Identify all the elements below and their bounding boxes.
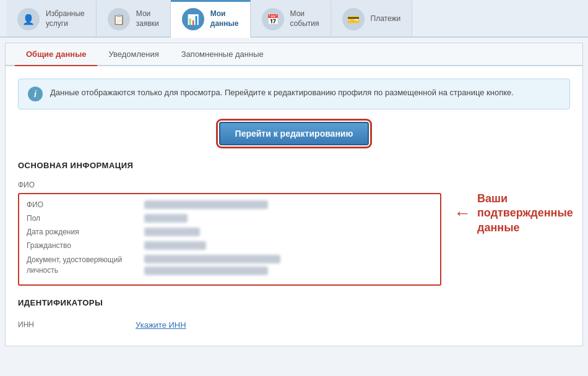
citizenship-blur <box>144 241 206 250</box>
favorites-icon: 👤 <box>17 8 40 30</box>
identifiers-heading: ИДЕНТИФИКАТОРЫ <box>18 298 570 307</box>
nav-item-payments[interactable]: 💳 Платежи <box>331 0 413 36</box>
identifiers-section: ИДЕНТИФИКАТОРЫ ИНН Укажите ИНН <box>18 298 570 333</box>
field-dob-row: Дата рождения <box>27 226 433 236</box>
field-fio-label: ФИО <box>18 179 136 189</box>
pol-label: Пол <box>27 213 144 223</box>
field-doc-row: Документ, удостоверяющийличность <box>27 254 433 276</box>
annotation-label: Ваши подтвержденные данные <box>477 192 570 235</box>
mydata-icon: 📊 <box>182 8 204 30</box>
dob-label: Дата рождения <box>27 226 144 236</box>
arrow-icon: ← <box>454 203 471 223</box>
doc-blur-1 <box>144 255 280 263</box>
doc-blur-2 <box>144 267 268 275</box>
annotation-area: ← Ваши подтвержденные данные <box>454 179 570 235</box>
personal-data-box: ФИО Пол <box>18 193 441 286</box>
applications-icon: 📋 <box>108 8 130 30</box>
dob-value <box>144 226 433 236</box>
fio-label: ФИО <box>27 199 144 209</box>
events-icon: 📅 <box>262 8 284 30</box>
main-content: Общие данные Уведомления Запомненные дан… <box>5 43 583 346</box>
page-wrapper: { "nav": { "items": [ { "id": "favorites… <box>0 0 588 376</box>
content-wrapper: Общие данные Уведомления Запомненные дан… <box>0 38 588 351</box>
favorites-label: Избранныеуслуги <box>46 9 85 28</box>
nav-item-mydata[interactable]: 📊 Моиданные <box>171 0 251 38</box>
payments-icon: 💳 <box>342 8 365 30</box>
doc-value <box>144 254 433 275</box>
fio-blur <box>144 200 268 209</box>
payments-label: Платежи <box>371 14 401 24</box>
tab-bar: Общие данные Уведомления Запомненные дан… <box>6 43 582 66</box>
nav-item-events[interactable]: 📅 Моисобытия <box>251 0 331 36</box>
events-label: Моисобытия <box>290 9 319 28</box>
content-area: i Данные отображаются только для просмот… <box>6 66 582 346</box>
field-fio-inner: ФИО <box>27 199 433 209</box>
info-text: Данные отображаются только для просмотра… <box>50 87 514 99</box>
field-citizenship-row: Гражданство <box>27 240 433 250</box>
doc-label: Документ, удостоверяющийличность <box>27 254 144 276</box>
tab-general[interactable]: Общие данные <box>15 43 97 66</box>
info-icon: i <box>28 87 43 101</box>
fio-value <box>144 199 433 209</box>
field-pol-row: Пол <box>27 213 433 223</box>
top-navigation: 👤 Избранныеуслуги 📋 Моизаявки 📊 Моиданны… <box>0 0 588 38</box>
pol-value <box>144 213 433 223</box>
main-section-heading: ОСНОВНАЯ ИНФОРМАЦИЯ <box>18 161 570 170</box>
field-fio-row: ФИО <box>18 179 441 189</box>
pol-blur <box>144 214 188 223</box>
inn-label: ИНН <box>18 320 136 329</box>
edit-button-wrap: Перейти к редактированию <box>18 122 570 145</box>
citizenship-value <box>144 240 433 250</box>
citizenship-label: Гражданство <box>27 240 144 250</box>
nav-item-applications[interactable]: 📋 Моизаявки <box>97 0 171 36</box>
data-section-left: ФИО ФИО <box>18 179 441 286</box>
mydata-label: Моиданные <box>210 9 239 28</box>
dob-blur <box>144 228 200 236</box>
data-section-wrap: ФИО ФИО <box>18 179 570 286</box>
edit-button[interactable]: Перейти к редактированию <box>219 122 370 145</box>
inn-link[interactable]: Укажите ИНН <box>136 320 186 330</box>
applications-label: Моизаявки <box>136 9 159 28</box>
tab-notifications[interactable]: Уведомления <box>97 43 170 66</box>
info-box: i Данные отображаются только для просмот… <box>18 79 570 109</box>
tab-saved[interactable]: Запомненные данные <box>170 43 275 66</box>
inn-field-row: ИНН Укажите ИНН <box>18 317 570 333</box>
nav-item-favorites[interactable]: 👤 Избранныеуслуги <box>6 0 97 36</box>
fields-container: ФИО ФИО <box>18 179 441 286</box>
